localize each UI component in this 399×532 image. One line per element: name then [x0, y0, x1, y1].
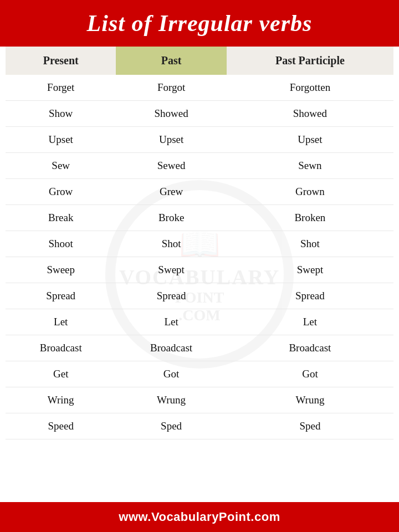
table-cell: Broadcast — [116, 335, 226, 361]
table-cell: Break — [6, 205, 116, 231]
table-row: GetGotGot — [6, 361, 393, 387]
table-cell: Got — [227, 361, 393, 387]
table-cell: Show — [6, 101, 116, 127]
table-cell: Showed — [116, 101, 226, 127]
table-cell: Forgot — [116, 75, 226, 101]
table-cell: Swept — [116, 257, 226, 283]
table-cell: Wring — [6, 387, 116, 413]
table-cell: Broken — [227, 205, 393, 231]
table-cell: Got — [116, 361, 226, 387]
table-cell: Spread — [116, 283, 226, 309]
table-cell: Wrung — [227, 387, 393, 413]
table-cell: Shoot — [6, 231, 116, 257]
table-cell: Sewn — [227, 153, 393, 179]
table-cell: Shot — [116, 231, 226, 257]
table-row: GrowGrewGrown — [6, 179, 393, 205]
page-title: List of Irregular verbs — [11, 10, 388, 37]
table-cell: Sped — [116, 413, 226, 439]
table-cell: Grew — [116, 179, 226, 205]
table-row: UpsetUpsetUpset — [6, 127, 393, 153]
table-cell: Grown — [227, 179, 393, 205]
table-cell: Upset — [116, 127, 226, 153]
table-row: LetLetLet — [6, 309, 393, 335]
table-container: 📖 VOCABULARY POINT .COM Present Past Pas… — [0, 47, 399, 502]
col-past-participle: Past Participle — [227, 47, 393, 75]
table-row: BreakBrokeBroken — [6, 205, 393, 231]
page-footer: www.VocabularyPoint.com — [0, 502, 399, 532]
table-cell: Wrung — [116, 387, 226, 413]
table-cell: Grow — [6, 179, 116, 205]
table-header-row: Present Past Past Participle — [6, 47, 393, 75]
table-cell: Let — [6, 309, 116, 335]
table-row: SweepSweptSwept — [6, 257, 393, 283]
table-cell: Spread — [227, 283, 393, 309]
table-row: BroadcastBroadcastBroadcast — [6, 335, 393, 361]
table-cell: Showed — [227, 101, 393, 127]
table-row: ShowShowedShowed — [6, 101, 393, 127]
table-row: SewSewedSewn — [6, 153, 393, 179]
table-cell: Let — [227, 309, 393, 335]
col-past: Past — [116, 47, 226, 75]
table-cell: Shot — [227, 231, 393, 257]
table-cell: Sewed — [116, 153, 226, 179]
table-cell: Spread — [6, 283, 116, 309]
table-cell: Forgotten — [227, 75, 393, 101]
table-cell: Forget — [6, 75, 116, 101]
table-cell: Get — [6, 361, 116, 387]
table-cell: Broke — [116, 205, 226, 231]
table-cell: Speed — [6, 413, 116, 439]
footer-url: www.VocabularyPoint.com — [11, 510, 388, 524]
table-cell: Sew — [6, 153, 116, 179]
table-row: SpreadSpreadSpread — [6, 283, 393, 309]
table-cell: Swept — [227, 257, 393, 283]
table-cell: Sped — [227, 413, 393, 439]
table-cell: Let — [116, 309, 226, 335]
table-cell: Broadcast — [227, 335, 393, 361]
table-cell: Sweep — [6, 257, 116, 283]
table-cell: Broadcast — [6, 335, 116, 361]
table-row: SpeedSpedSped — [6, 413, 393, 439]
table-cell: Upset — [6, 127, 116, 153]
table-row: WringWrungWrung — [6, 387, 393, 413]
col-present: Present — [6, 47, 116, 75]
irregular-verbs-table: Present Past Past Participle ForgetForgo… — [6, 47, 393, 439]
table-cell: Upset — [227, 127, 393, 153]
table-row: ShootShotShot — [6, 231, 393, 257]
table-row: ForgetForgotForgotten — [6, 75, 393, 101]
page-header: List of Irregular verbs — [0, 0, 399, 47]
